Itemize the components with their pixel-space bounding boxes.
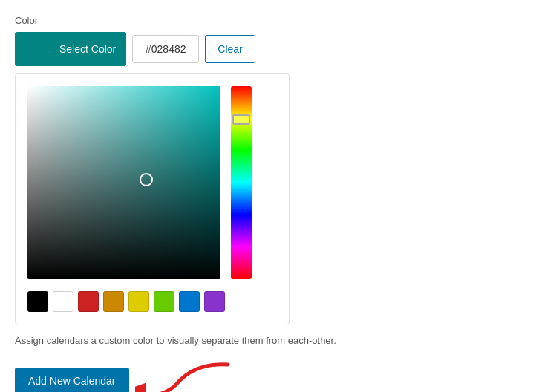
preset-swatch-green[interactable] [154,291,174,312]
preset-swatch-yellow[interactable] [128,291,149,312]
arrow-indicator-icon [135,359,232,393]
section-title: Color [15,15,524,26]
gradient-canvas-wrap[interactable] [27,86,220,279]
color-picker-panel [15,74,290,324]
add-new-calendar-button[interactable]: Add New Calendar [15,368,129,393]
description-text: Assign calendars a custom color to visua… [15,333,386,348]
preset-swatch-blue[interactable] [179,291,200,312]
color-header: Select Color Clear [15,32,524,66]
preset-swatch-red[interactable] [78,291,99,312]
preset-swatch-black[interactable] [27,291,48,312]
hue-slider-wrap[interactable] [231,86,252,279]
picker-top [27,86,277,279]
preset-swatch-white[interactable] [53,291,74,312]
hex-input[interactable] [132,35,199,63]
section-container: Color Select Color Clear Assign calendar… [15,15,524,392]
hue-slider-canvas[interactable] [231,86,252,279]
select-color-button[interactable]: Select Color [49,32,126,66]
preset-swatch-row [27,291,277,312]
gradient-canvas[interactable] [27,86,220,279]
preset-swatch-orange[interactable] [103,291,124,312]
clear-button[interactable]: Clear [205,35,255,63]
color-swatch [15,32,49,66]
preset-swatch-purple[interactable] [204,291,225,312]
bottom-row: Add New Calendar [15,359,524,393]
